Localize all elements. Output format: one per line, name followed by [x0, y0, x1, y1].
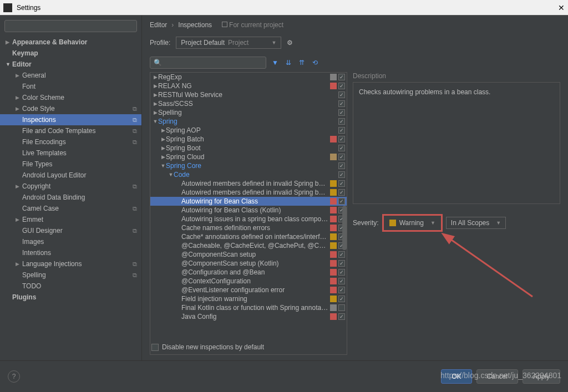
inspection-label: Spring [158, 118, 329, 125]
sidebar-item[interactable]: Inspections⧉ [0, 114, 141, 125]
sidebar-item[interactable]: ▶Appearance & Behavior [0, 37, 141, 48]
sidebar-item[interactable]: ▶Language Injections⧉ [0, 258, 141, 269]
sidebar-item[interactable]: ▶General [0, 70, 141, 81]
close-icon[interactable]: ✕ [558, 3, 565, 12]
scopes-select[interactable]: In All Scopes ▼ [446, 217, 506, 229]
inspection-row[interactable]: ▶Spring Batch [150, 135, 347, 144]
inspection-row[interactable]: ▶Spring Boot [150, 144, 347, 152]
tree-arrow-icon: ▶ [16, 73, 22, 78]
sidebar-item[interactable]: File Types [0, 159, 141, 170]
inspection-row[interactable]: Cache names definition errors [150, 223, 347, 232]
tree-arrow-icon: ▶ [153, 110, 158, 115]
tree-arrow-icon: ▶ [160, 128, 166, 133]
inspection-row[interactable]: @Cacheable, @CacheEvict, @CachePut, @Cac… [150, 241, 347, 250]
sidebar-item[interactable]: ▼Editor [0, 59, 141, 70]
sidebar-item-label: Appearance & Behavior [12, 38, 87, 46]
scope-badge-icon: ⧉ [133, 227, 137, 235]
sidebar-item[interactable]: TODO [0, 281, 141, 292]
severity-indicator-icon [330, 83, 337, 89]
inspection-row[interactable]: @ContextConfiguration [150, 277, 347, 286]
sidebar-item[interactable]: ▶Code Style⧉ [0, 103, 141, 114]
inspection-row[interactable]: @Configuration and @Bean [150, 268, 347, 277]
sidebar-item[interactable]: Android Data Binding [0, 192, 141, 203]
sidebar-item[interactable]: ▶Color Scheme [0, 92, 141, 103]
sidebar-item[interactable]: ▶Copyright⧉ [0, 181, 141, 192]
sidebar-item[interactable]: Plugins [0, 292, 141, 303]
sidebar-item[interactable]: Intentions [0, 247, 141, 258]
inspection-row[interactable]: Final Kotlin class or function with Spri… [150, 303, 347, 312]
reset-icon[interactable]: ⟲ [311, 58, 320, 67]
inspection-row[interactable]: ▼Spring [150, 117, 347, 126]
severity-indicator-icon [330, 162, 337, 169]
tree-arrow-icon: ▶ [160, 145, 166, 151]
sidebar-item[interactable]: Font [0, 81, 141, 92]
inspection-row[interactable]: Cache* annotations defined on interfaces… [150, 232, 347, 241]
sidebar-search-input[interactable] [4, 20, 137, 32]
apply-button[interactable]: Apply [523, 369, 560, 384]
inspection-row[interactable]: ▶Spring AOP [150, 126, 347, 135]
sidebar-item[interactable]: Images [0, 236, 141, 247]
sidebar-item[interactable]: Live Templates [0, 147, 141, 159]
chevron-down-icon: ▼ [496, 220, 501, 226]
inspection-row[interactable]: Autowiring issues in a spring bean class… [150, 215, 347, 223]
checkbox-icon[interactable] [151, 344, 159, 351]
sidebar-item[interactable]: ▶Emmet [0, 214, 141, 225]
inspection-label: Cache* annotations defined on interfaces… [181, 233, 329, 241]
sidebar-item[interactable]: Android Layout Editor [0, 170, 141, 181]
collapse-all-icon[interactable]: ⇈ [297, 58, 306, 67]
inspection-label: @Cacheable, @CacheEvict, @CachePut, @Cac… [181, 242, 329, 250]
gear-icon[interactable]: ⚙ [287, 39, 293, 47]
cancel-button[interactable]: Cancel [476, 369, 518, 384]
disable-new-inspections[interactable]: Disable new inspections by default [150, 340, 347, 354]
sidebar-item[interactable]: File Encodings⧉ [0, 136, 141, 147]
scrollbar[interactable] [342, 73, 347, 354]
inspection-row[interactable]: @ComponentScan setup (Kotlin) [150, 259, 347, 268]
sidebar-item-label: File Encodings [22, 138, 66, 146]
sidebar-tree[interactable]: ▶Appearance & BehaviorKeymap▼Editor▶Gene… [0, 37, 141, 360]
inspection-row[interactable]: Java Config [150, 312, 347, 321]
inspection-row[interactable]: ▶Sass/SCSS [150, 99, 347, 108]
app-icon [3, 3, 12, 12]
inspection-row[interactable]: @EventListener configuration error [150, 286, 347, 294]
sidebar-item[interactable]: GUI Designer⧉ [0, 225, 141, 236]
severity-indicator-icon [330, 225, 337, 231]
profile-select[interactable]: Project Default Project ▼ [176, 37, 281, 49]
inspection-row[interactable]: ▶Spelling [150, 108, 347, 117]
severity-select[interactable]: Warning ▼ [383, 215, 442, 231]
severity-indicator-icon [330, 74, 337, 80]
sidebar-item-label: Copyright [22, 182, 50, 190]
help-icon[interactable]: ? [8, 370, 20, 383]
breadcrumb-editor[interactable]: Editor [150, 21, 167, 29]
severity-indicator-icon [330, 145, 337, 151]
inspection-row[interactable]: Field injection warning [150, 294, 347, 303]
ok-button[interactable]: OK [441, 369, 471, 384]
inspection-row[interactable]: ▼Code [150, 170, 347, 179]
inspections-search-input[interactable] [150, 57, 266, 69]
inspection-label: RESTful Web Service [158, 91, 329, 99]
inspection-row[interactable]: Autowired members defined in invalid Spr… [150, 179, 347, 188]
inspection-row[interactable]: Autowiring for Bean Class (Kotlin) [150, 206, 347, 215]
inspection-row[interactable]: Autowired members defined in invalid Spr… [150, 188, 347, 197]
sidebar-item[interactable]: Camel Case⧉ [0, 203, 141, 214]
settings-sidebar: ▶Appearance & BehaviorKeymap▼Editor▶Gene… [0, 16, 142, 360]
tree-arrow-icon: ▼ [168, 172, 174, 177]
inspection-row[interactable]: Autowiring for Bean Class [150, 197, 347, 206]
tree-arrow-icon: ▼ [153, 119, 158, 124]
inspection-row[interactable]: ▶RegExp [150, 73, 347, 82]
inspection-row[interactable]: @ComponentScan setup [150, 250, 347, 259]
filter-icon[interactable]: ▼ [271, 58, 280, 67]
inspections-tree[interactable]: ▶RegExp▶RELAX NG▶RESTful Web Service▶Sas… [150, 73, 347, 340]
sidebar-item[interactable]: Spelling⧉ [0, 269, 141, 281]
inspection-row[interactable]: ▼Spring Core [150, 161, 347, 170]
expand-all-icon[interactable]: ⇊ [284, 58, 293, 67]
inspection-row[interactable]: ▶Spring Cloud [150, 152, 347, 161]
sidebar-item-label: Keymap [12, 49, 38, 57]
inspection-row[interactable]: ▶RELAX NG [150, 82, 347, 90]
tree-arrow-icon: ▼ [6, 62, 12, 67]
scrollbar-thumb[interactable] [342, 206, 347, 250]
severity-indicator-icon [330, 278, 337, 284]
sidebar-item[interactable]: Keymap [0, 48, 141, 59]
inspection-row[interactable]: ▶RESTful Web Service [150, 90, 347, 99]
sidebar-item[interactable]: File and Code Templates⧉ [0, 125, 141, 136]
tree-arrow-icon: ▶ [153, 74, 158, 80]
